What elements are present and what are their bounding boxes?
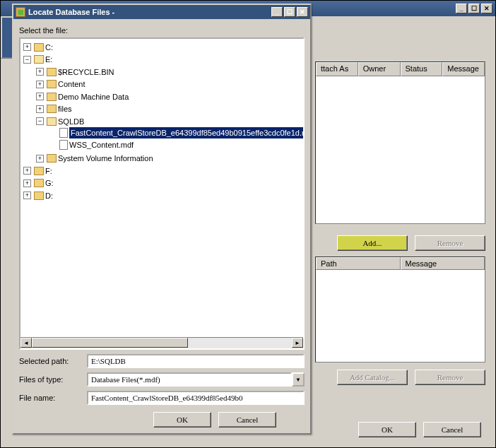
locate-dialog: ▦ Locate Database Files - _ ☐ ✕ Select t…	[12, 4, 312, 435]
folder-icon	[47, 80, 57, 88]
tree-node-g[interactable]: + G:	[23, 177, 303, 189]
file-name-input[interactable]: FastContent_CrawlStoreDB_e64399df85ed49b…	[87, 391, 305, 405]
tree-node-wss[interactable]: WSS_Content.mdf	[49, 139, 303, 152]
bg-databases-list: ttach As Owner Status Message	[315, 61, 485, 224]
files-of-type-combo[interactable]: Database Files(*.mdf) ▼	[87, 372, 305, 387]
file-icon	[59, 128, 68, 138]
file-name-label: File name:	[19, 394, 83, 402]
selected-path-label: Selected path:	[19, 357, 83, 365]
modal-title-text: Locate Database Files -	[28, 8, 114, 16]
add-catalog-button: Add Catalog...	[337, 370, 408, 385]
folder-open-icon	[47, 117, 57, 126]
modal-cancel-button[interactable]: Cancel	[218, 412, 276, 428]
scroll-track[interactable]	[32, 338, 292, 348]
modal-minimize-button[interactable]: _	[271, 7, 283, 17]
select-file-label: Select the file:	[19, 26, 305, 35]
modal-maximize-button[interactable]: ☐	[284, 7, 295, 17]
horizontal-scrollbar[interactable]: ◄ ►	[20, 337, 303, 348]
bg-ok-button[interactable]: OK	[358, 422, 416, 437]
col-message[interactable]: Message	[442, 62, 485, 76]
folder-icon	[34, 167, 44, 175]
tree-node-f[interactable]: + F:	[23, 164, 303, 177]
file-icon	[59, 140, 68, 150]
tree-node-fastcontent[interactable]: FastContent_CrawlStoreDB_e64399df85ed49b…	[49, 127, 303, 140]
folder-icon	[34, 179, 44, 187]
tree-node-c[interactable]: + C:	[23, 40, 303, 53]
scroll-right-button[interactable]: ►	[292, 338, 303, 348]
col-attach-as[interactable]: ttach As	[316, 62, 358, 76]
col-owner[interactable]: Owner	[358, 62, 401, 76]
col-path[interactable]: Path	[316, 257, 401, 270]
col-status[interactable]: Status	[401, 62, 443, 76]
bg-cancel-button[interactable]: Cancel	[423, 422, 481, 437]
scroll-left-button[interactable]: ◄	[20, 338, 32, 348]
tree-node-sysvol[interactable]: + System Volume Information	[36, 152, 303, 165]
folder-icon	[47, 105, 57, 113]
col-message2[interactable]: Message	[401, 257, 485, 270]
chevron-down-icon[interactable]: ▼	[292, 372, 305, 387]
tree-node-sqldb[interactable]: − SQLDB FastContent_CrawlStoreDB_e64399d…	[36, 114, 303, 152]
files-of-type-value: Database Files(*.mdf)	[87, 372, 292, 387]
db-file-icon: ▦	[16, 7, 25, 17]
bg-minimize-button[interactable]: _	[456, 4, 467, 13]
modal-titlebar[interactable]: ▦ Locate Database Files - _ ☐ ✕	[13, 5, 310, 19]
add-button[interactable]: Add...	[337, 235, 408, 251]
folder-icon	[34, 191, 44, 200]
folder-icon	[34, 43, 44, 52]
file-tree[interactable]: + C: − E: + $RECYCLE.BIN + Content + Dem…	[19, 37, 305, 350]
modal-close-button[interactable]: ✕	[297, 7, 308, 17]
tree-node-d[interactable]: + D:	[23, 189, 303, 201]
tree-node-e[interactable]: − E: + $RECYCLE.BIN + Content + Demo Mac…	[23, 53, 303, 165]
modal-ok-button[interactable]: OK	[153, 412, 211, 428]
remove-button-2: Remove	[415, 370, 485, 385]
files-of-type-label: Files of type:	[19, 375, 83, 384]
folder-icon	[47, 68, 57, 76]
tree-node-demo[interactable]: + Demo Machine Data	[36, 90, 303, 102]
tree-node-content[interactable]: + Content	[36, 78, 303, 90]
folder-open-icon	[34, 55, 44, 64]
tree-node-recycle[interactable]: + $RECYCLE.BIN	[36, 65, 303, 78]
folder-icon	[47, 93, 57, 101]
bg-close-button[interactable]: ✕	[481, 4, 492, 13]
bg-details-list: Path Message	[315, 257, 485, 362]
tree-node-files[interactable]: + files	[36, 102, 303, 115]
scroll-thumb[interactable]	[32, 338, 188, 348]
bg-maximize-button[interactable]: ☐	[468, 4, 480, 13]
folder-icon	[47, 154, 57, 163]
remove-button: Remove	[415, 235, 485, 251]
selected-path-input[interactable]: E:\SQLDB	[87, 354, 305, 368]
